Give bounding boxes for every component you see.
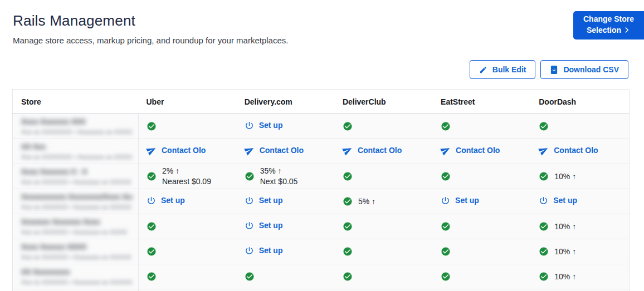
- setup-link[interactable]: Set up: [441, 196, 479, 205]
- marketplace-status-active: 10% ↑: [539, 171, 627, 182]
- marketplace-status-active: [441, 221, 529, 231]
- marketplace-cell: [433, 164, 531, 189]
- check-circle-icon: [245, 171, 255, 181]
- store-cell: XX XxxXxx xx XXXXXXX • Xxxxxxxx xx XXXXX: [13, 139, 139, 164]
- markup-line: 2% ↑: [162, 166, 211, 176]
- marketplace-status-active: [147, 246, 235, 257]
- power-icon: [245, 121, 254, 130]
- check-circle-icon: [245, 272, 255, 282]
- store-details-redacted: Xxx xx XXXXXX • Xxxxxxxx xx XXXX: [21, 229, 133, 235]
- column-header-uber: Uber: [139, 90, 237, 114]
- send-icon: [539, 145, 549, 155]
- setup-link[interactable]: Set up: [245, 221, 283, 230]
- setup-label: Set up: [161, 196, 185, 205]
- marketplace-cell: 10% ↑: [531, 239, 629, 264]
- marketplace-cell: Contact Olo: [531, 139, 629, 164]
- download-csv-button[interactable]: Download CSV: [540, 60, 628, 79]
- setup-link[interactable]: Set up: [245, 196, 283, 205]
- check-circle-icon: [441, 121, 451, 131]
- send-icon: [441, 145, 451, 155]
- check-circle-icon: [147, 121, 157, 131]
- store-name-redacted: Xxxx Xxxxxx XXXX: [21, 243, 133, 251]
- check-circle-icon: [441, 171, 451, 181]
- marketplace-cell: [335, 264, 433, 289]
- check-circle-icon: [343, 121, 353, 131]
- table-body: Xxxx Xxxxxxx XXXXxx xx XXXXXXX • Xxxxxxx…: [13, 114, 630, 291]
- store-name-redacted: XX Xxx: [21, 142, 133, 151]
- markup-line: 10% ↑: [554, 246, 576, 257]
- marketplace-cell: Contact Olo: [139, 139, 237, 164]
- marketplace-cell: Set up: [237, 114, 335, 139]
- marketplace-cell: [433, 289, 531, 291]
- page-title: Rails Management: [13, 12, 135, 29]
- marketplace-cell: Set up: [433, 189, 531, 214]
- contact-olo-link[interactable]: Contact Olo: [343, 145, 402, 155]
- change-store-selection-button[interactable]: Change Store Selection: [573, 11, 644, 40]
- check-circle-icon: [343, 221, 353, 231]
- send-icon: [147, 145, 157, 155]
- marketplace-cell: 5% ↑: [335, 189, 433, 214]
- power-icon: [245, 246, 254, 255]
- marketplace-cell: 35% ↑Next $0.05: [237, 164, 335, 189]
- column-header-doordash: DoorDash: [531, 90, 629, 114]
- check-circle-icon: [343, 196, 353, 206]
- marketplace-cell: 10% ↑: [531, 164, 629, 189]
- marketplace-status-active: 10% ↑: [539, 221, 627, 232]
- markup-line: 10% ↑: [554, 221, 576, 232]
- contact-olo-label: Contact Olo: [456, 146, 500, 155]
- store-name-redacted: Xxxxxxx Xxxxxxx Xxxx: [21, 218, 133, 226]
- setup-label: Set up: [455, 196, 479, 205]
- marketplace-cell: 2% ↑Nearest $0.09: [139, 164, 237, 189]
- power-icon: [147, 196, 156, 205]
- marketplace-cell: [433, 214, 531, 239]
- setup-label: Set up: [259, 121, 283, 130]
- marketplace-cell: [335, 289, 433, 291]
- check-circle-icon: [147, 272, 157, 282]
- contact-olo-link[interactable]: Contact Olo: [147, 145, 206, 155]
- marketplace-cell: [433, 264, 531, 289]
- check-circle-icon: [441, 221, 451, 231]
- check-circle-icon: [147, 221, 157, 231]
- contact-olo-link[interactable]: Contact Olo: [245, 145, 304, 155]
- check-circle-icon: [343, 171, 353, 181]
- check-circle-icon: [147, 171, 157, 181]
- marketplace-cell: [433, 114, 531, 139]
- toolbar: Bulk Edit Download CSV: [470, 60, 628, 79]
- contact-olo-link[interactable]: Contact Olo: [441, 145, 500, 155]
- setup-link[interactable]: Set up: [147, 196, 185, 205]
- store-cell: Xxxx Xxxxxxx X - XXxx xx XXXXXX • Xxxxxx…: [13, 164, 139, 189]
- marketplace-cell: [335, 114, 433, 139]
- column-header-eatstreet: EatStreet: [433, 90, 531, 114]
- setup-label: Set up: [259, 221, 283, 230]
- setup-link[interactable]: Set up: [245, 121, 283, 130]
- marketplace-cell: Contact Olo: [237, 139, 335, 164]
- contact-olo-label: Contact Olo: [358, 146, 402, 155]
- table-row: Xxxx Xxxxxx XXXXXxx xx XXXXXX • Xxxxxxxx…: [13, 239, 630, 264]
- setup-link[interactable]: Set up: [245, 246, 283, 255]
- setup-link[interactable]: Set up: [539, 196, 577, 205]
- bulk-edit-button[interactable]: Bulk Edit: [470, 60, 536, 79]
- marketplace-cell: [531, 289, 629, 291]
- marketplace-status-active: 10% ↑: [539, 272, 627, 282]
- send-icon: [343, 145, 353, 155]
- check-circle-icon: [539, 121, 549, 131]
- table-row: Xxxxxxxxxxx Xxxxxxxx/Xxxx XxxxxXxx xx XX…: [13, 189, 630, 214]
- marketplace-cell: [139, 239, 237, 264]
- column-header-deliverclub: DeliverClub: [335, 90, 433, 114]
- markup-line: Next $0.05: [260, 176, 298, 187]
- marketplace-cell: [237, 264, 335, 289]
- contact-olo-link[interactable]: Contact Olo: [539, 145, 598, 155]
- marketplace-cell: Set up: [237, 239, 335, 264]
- table-header-row: Store Uber Delivery.com DeliverClub EatS…: [13, 90, 630, 114]
- power-icon: [245, 221, 254, 230]
- check-circle-icon: [539, 171, 549, 181]
- marketplace-status-active: [343, 246, 431, 257]
- contact-olo-label: Contact Olo: [260, 146, 304, 155]
- marketplace-status-active: 35% ↑Next $0.05: [245, 166, 333, 187]
- store-details-redacted: Xxx xx XXXXXXX • Xxxxxxxx xx XXXXX: [21, 129, 133, 135]
- marketplace-status-active: [343, 121, 431, 131]
- markup-line: 10% ↑: [554, 171, 576, 182]
- check-circle-icon: [441, 272, 451, 282]
- marketplace-status-active: [441, 272, 529, 282]
- store-cell: Xxxxxxxxxxx Xxxxxxxx/Xxxx XxxxxXxx xx XX…: [13, 189, 139, 214]
